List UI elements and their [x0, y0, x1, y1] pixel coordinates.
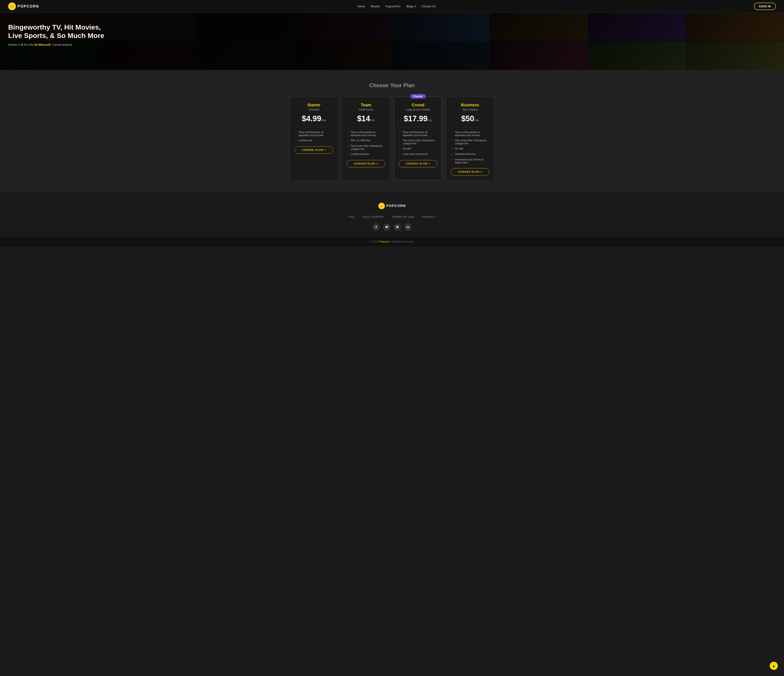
nav-contact[interactable]: Contact Us	[422, 5, 436, 8]
plan-features-crowd: ✓Tens of thousands of episodes and movie…	[399, 131, 437, 156]
plan-card-crowd: Popular Crowd Large group of friends $17…	[394, 97, 442, 180]
plans-title: Choose Your Plan	[8, 82, 776, 89]
choose-plan-crowd[interactable]: CHOOSE PLAN >	[399, 160, 437, 167]
nav-popcornpro[interactable]: PopcornPro	[386, 5, 401, 8]
plan-period-starter: /mo	[321, 118, 326, 122]
linkedin-icon[interactable]	[404, 223, 412, 231]
footer-bottom: © 2023 Popcorn. All Rights Reserved	[0, 237, 784, 246]
plan-desc-starter: Individual	[295, 108, 333, 111]
sign-in-button[interactable]: SIGN IN	[754, 3, 776, 10]
svg-point-0	[407, 226, 407, 226]
plan-desc-team: Small Family	[347, 108, 385, 111]
list-item: ✓Tens of thousands of episodes and movie…	[399, 131, 437, 137]
plan-period-team: /mo	[370, 118, 375, 122]
check-icon: ✓	[347, 131, 349, 134]
hero-price: $4.99/month	[34, 43, 51, 46]
plan-divider	[399, 127, 437, 127]
plans-grid: Starter Individual $4.99/mo ✓Tens of tho…	[290, 97, 494, 180]
plan-period-crowd: /mo	[428, 118, 432, 122]
footer-logo: 🍿 POPCORN	[8, 203, 776, 209]
plan-price-business: $50/mo	[451, 114, 489, 123]
list-item: ✓No ads	[451, 147, 489, 151]
plan-amount-team: $14	[357, 114, 370, 123]
check-icon: ✓	[399, 153, 401, 156]
plan-desc-crowd: Large group of friends	[399, 108, 437, 111]
list-item: ✓Tens of thousands of episodes and movie…	[347, 131, 385, 137]
check-icon: ✓	[451, 158, 453, 162]
footer-help-center[interactable]: HELP CENTER	[363, 215, 384, 218]
check-icon: ✓	[399, 147, 401, 151]
plan-price-team: $14/mo	[347, 114, 385, 123]
chevron-down-icon: ▾	[414, 5, 416, 8]
hero-title: Bingeworthy TV, Hit Movies, Live Sports,…	[8, 23, 114, 40]
nav-home[interactable]: Home	[357, 5, 365, 8]
list-item: ✓Top soccer like Champions League live	[399, 139, 437, 145]
plan-features-starter: ✓Tens of thousands of episodes and movie…	[295, 131, 333, 142]
check-icon: ✓	[451, 153, 453, 156]
check-icon: ✓	[295, 131, 297, 134]
check-icon: ✓	[347, 153, 349, 156]
plan-price-crowd: $17.99/mo	[399, 114, 437, 123]
check-icon: ✓	[451, 147, 453, 151]
check-icon: ✓	[399, 139, 401, 142]
check-icon: ✓	[451, 139, 453, 142]
logo[interactable]: 🍿 POPCORN	[8, 2, 39, 10]
plan-amount-crowd: $17.99	[404, 114, 428, 123]
list-item: ✓Less than 10 devices	[399, 152, 437, 156]
plan-card-starter: Starter Individual $4.99/mo ✓Tens of tho…	[290, 97, 338, 180]
hero-subtitle: Stream it all for only $4.99/month. Canc…	[8, 43, 114, 46]
choose-plan-team[interactable]: CHOOSE PLAN >	[347, 160, 385, 167]
nav-links: Home Movies PopcornPro Blogs ▾ Contact U…	[357, 5, 436, 8]
nav-movies[interactable]: Movies	[371, 5, 380, 8]
hero-content: Bingeworthy TV, Hit Movies, Live Sports,…	[0, 13, 123, 56]
footer-terms[interactable]: TERMS OF USE	[392, 215, 414, 218]
check-icon: ✓	[451, 131, 453, 134]
footer: 🍿 POPCORN FAQ HELP CENTER TERMS OF USE P…	[0, 193, 784, 246]
check-icon: ✓	[295, 139, 297, 142]
list-item: ✓No ads	[399, 147, 437, 151]
plan-name-starter: Starter	[295, 103, 333, 107]
plan-price-starter: $4.99/mo	[295, 114, 333, 123]
plan-divider	[295, 127, 333, 127]
plan-divider	[347, 127, 385, 127]
check-icon: ✓	[347, 139, 349, 142]
twitter-icon[interactable]	[383, 223, 390, 231]
list-item: ✓Tens of thousands of episodes and movie…	[451, 131, 489, 137]
footer-logo-text: POPCORN	[386, 204, 406, 208]
list-item: ✓Limited ads	[295, 139, 333, 142]
check-icon: ✓	[399, 131, 401, 134]
choose-plan-starter[interactable]: CHOOSE PLAN >	[295, 146, 333, 154]
check-icon: ✓	[347, 145, 349, 148]
pinterest-icon[interactable]	[394, 223, 401, 231]
navbar: 🍿 POPCORN Home Movies PopcornPro Blogs ▾…	[0, 0, 784, 13]
plan-name-team: Team	[347, 103, 385, 107]
plan-features-business: ✓Tens of thousands of episodes and movie…	[451, 131, 489, 164]
plan-features-team: ✓Tens of thousands of episodes and movie…	[347, 131, 385, 156]
list-item: ✓Top soccer like Champions League live	[347, 144, 385, 151]
plan-period-business: /mo	[474, 118, 479, 122]
plan-name-crowd: Crowd	[399, 103, 437, 107]
plan-divider	[451, 127, 489, 127]
logo-icon: 🍿	[8, 2, 16, 10]
plan-desc-business: Big Company	[451, 108, 489, 111]
list-item: ✓Unlimited devices	[451, 152, 489, 156]
footer-logo-icon: 🍿	[378, 203, 385, 209]
plan-amount-business: $50	[461, 114, 474, 123]
popular-badge: Popular	[410, 94, 426, 99]
footer-privacy[interactable]: PRIVACY	[422, 215, 435, 218]
footer-faq[interactable]: FAQ	[349, 215, 355, 218]
footer-social	[8, 223, 776, 231]
logo-text: POPCORN	[17, 4, 39, 9]
plan-card-team: Team Small Family $14/mo ✓Tens of thousa…	[342, 97, 390, 180]
list-item: ✓NFL on CBS live	[347, 139, 385, 142]
facebook-icon[interactable]	[372, 223, 380, 231]
nav-blogs[interactable]: Blogs ▾	[406, 5, 416, 8]
plan-amount-starter: $4.99	[302, 114, 321, 123]
list-item: ✓Tens of thousands of episodes and movie…	[295, 131, 333, 137]
choose-plan-business[interactable]: CHOOSE PLAN >	[451, 168, 489, 176]
list-item: ✓Limited devices	[347, 152, 385, 156]
footer-brand: Popcorn	[380, 240, 389, 243]
plans-section: Choose Your Plan Starter Individual $4.9…	[0, 70, 784, 193]
plan-name-business: Business	[451, 103, 489, 107]
hero-section: Bingeworthy TV, Hit Movies, Live Sports,…	[0, 13, 784, 70]
